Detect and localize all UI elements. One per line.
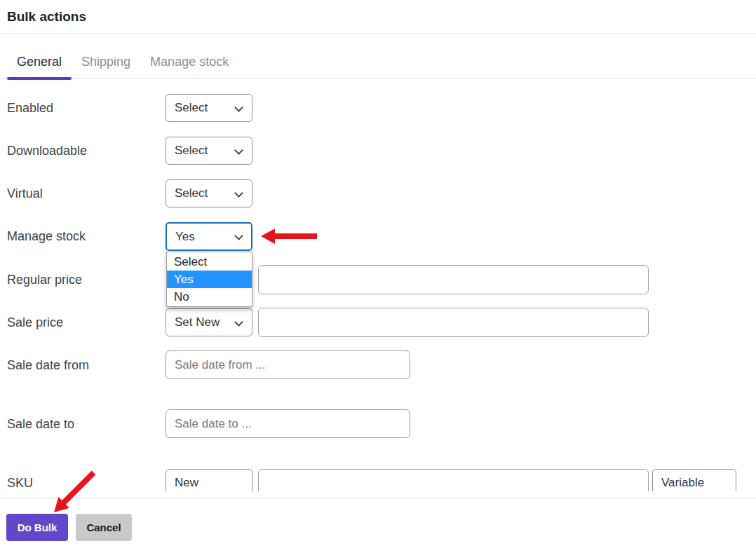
sale-date-to-input[interactable] [166, 409, 410, 438]
virtual-label: Virtual [7, 179, 43, 207]
sale-price-label: Sale price [7, 308, 63, 336]
sale-price-select-value: Set New [175, 315, 220, 329]
sku-mode-select[interactable]: New [166, 469, 252, 491]
tab-shipping[interactable]: Shipping [72, 49, 140, 79]
manage-stock-select[interactable]: Yes [166, 222, 252, 251]
downloadable-label: Downloadable [7, 137, 87, 165]
virtual-select-value: Select [175, 186, 208, 200]
form-scroll-area: Enabled Select Downloadable Select Virtu… [0, 79, 756, 491]
virtual-select[interactable]: Select [166, 179, 252, 207]
red-arrow-icon-manage-stock [261, 228, 318, 244]
sku-variable-value: Variable [661, 476, 704, 490]
dropdown-option-yes[interactable]: Yes [167, 271, 252, 288]
page-title: Bulk actions [7, 9, 86, 25]
do-bulk-button[interactable]: Do Bulk [6, 514, 68, 541]
regular-price-input[interactable] [258, 265, 649, 294]
downloadable-select-value: Select [175, 144, 208, 158]
sale-price-input[interactable] [258, 308, 649, 337]
tab-shipping-label: Shipping [81, 55, 130, 69]
chevron-down-icon [234, 189, 243, 198]
sale-price-select[interactable]: Set New [166, 308, 252, 336]
cancel-button[interactable]: Cancel [76, 514, 132, 541]
dropdown-option-select[interactable]: Select [167, 253, 252, 271]
tabs-bar: General Shipping Manage stock [0, 49, 756, 79]
chevron-down-icon [234, 231, 243, 240]
manage-stock-dropdown: Select Yes No [166, 252, 252, 307]
sku-input[interactable] [258, 469, 649, 491]
enabled-select-value: Select [175, 101, 208, 115]
enabled-select[interactable]: Select [166, 94, 252, 122]
sale-date-to-label: Sale date to [7, 410, 74, 438]
arrow-shaft [272, 233, 317, 239]
manage-stock-select-value: Yes [175, 230, 195, 244]
sku-mode-select-value: New [175, 476, 198, 490]
sku-variable-select[interactable]: Variable [652, 469, 736, 491]
enabled-label: Enabled [7, 94, 53, 122]
tab-manage-stock[interactable]: Manage stock [140, 49, 238, 79]
tab-general[interactable]: General [7, 49, 72, 79]
manage-stock-label: Manage stock [7, 222, 86, 250]
chevron-down-icon [234, 318, 243, 327]
downloadable-select[interactable]: Select [166, 137, 252, 165]
sale-date-from-input[interactable] [166, 350, 410, 379]
dropdown-option-no[interactable]: No [167, 288, 252, 306]
chevron-down-icon [234, 103, 243, 112]
sku-label: SKU [7, 469, 33, 491]
tab-manage-stock-label: Manage stock [150, 55, 229, 69]
footer-divider [0, 498, 756, 498]
tab-general-label: General [17, 55, 62, 69]
bulk-actions-modal: Bulk actions General Shipping Manage sto… [0, 0, 756, 546]
chevron-down-icon [234, 146, 243, 155]
header-divider [0, 33, 756, 34]
sale-date-from-label: Sale date from [7, 351, 89, 379]
regular-price-label: Regular price [7, 266, 82, 294]
